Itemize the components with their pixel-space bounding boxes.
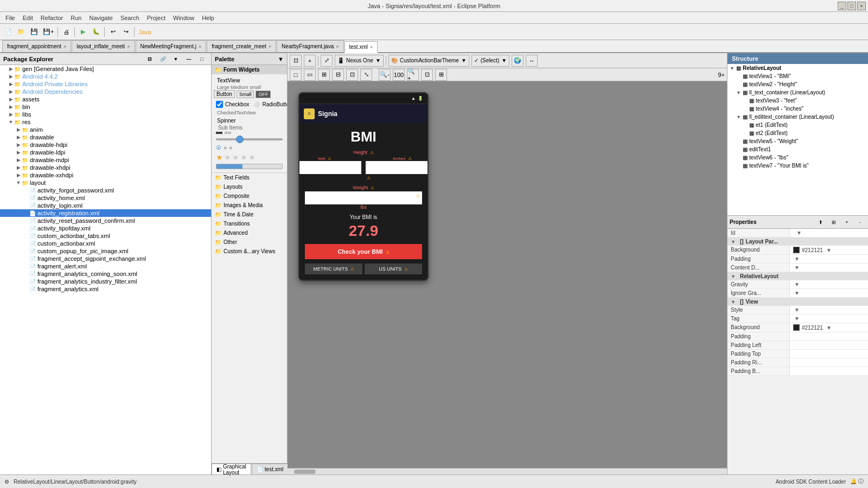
tree-item[interactable]: ▶📁Android Private Libraries <box>0 80 211 88</box>
maximize-panel-btn[interactable]: □ <box>196 53 208 65</box>
close-icon[interactable]: × <box>63 44 66 49</box>
tree-item[interactable]: ▶📁gen [Generated Java Files] <box>0 65 211 73</box>
tab-nearby[interactable]: NearbyFragment.java × <box>277 40 343 52</box>
tab-test-xml[interactable]: test.xml × <box>344 41 378 53</box>
tree-item[interactable]: 📄activity_registration.xml <box>0 209 211 217</box>
run-btn[interactable]: ▶ <box>77 26 89 38</box>
landscape-btn[interactable]: ▭ <box>304 69 316 81</box>
prop-paddingri-value[interactable] <box>790 358 868 367</box>
tab-fragment-appointment[interactable]: fragment_appointment × <box>2 40 71 52</box>
metric-units-btn[interactable]: METRIC UNITS ⚠ <box>305 264 362 274</box>
zoom-100-btn[interactable]: 100 <box>393 69 405 81</box>
close-icon[interactable]: × <box>336 44 339 49</box>
prop-paddingtop-value[interactable] <box>790 350 868 358</box>
tree-item[interactable]: ▶📁drawable-xhdpi <box>0 164 211 171</box>
checkbox-widget[interactable] <box>216 101 223 108</box>
tree-item[interactable]: 📄fragment_analytics.xml <box>0 285 211 293</box>
outline-item[interactable]: ▦textView2 - "Height" <box>727 80 868 88</box>
outline-item[interactable]: ▼▦ll_edittext_container (LinearLayout) <box>727 113 868 121</box>
xml-tab[interactable]: 📄 test.xml <box>252 464 288 474</box>
zoom-fit-btn[interactable]: ⊡ <box>421 69 433 81</box>
tree-item[interactable]: ▶📁assets <box>0 95 211 103</box>
prop-dropdown-icon[interactable]: ▼ <box>794 265 800 271</box>
outline-item[interactable]: ▦et1 (EditText) <box>727 121 868 129</box>
tree-item[interactable]: ▶📁drawable-mdpi <box>0 156 211 164</box>
rating-bar-widget[interactable]: ★ ★ ★ ★ ★ <box>214 152 285 163</box>
menu-run[interactable]: Run <box>67 14 85 22</box>
close-icon[interactable]: × <box>370 44 373 50</box>
text-fields-category[interactable]: 📁 Text Fields <box>212 173 287 182</box>
tab-layout-inflate[interactable]: layout_inflate_meeti × <box>72 40 135 52</box>
canvas-area[interactable]: ▲ 🔋 S Signia BMI Height ⚠ <box>288 81 727 468</box>
tree-item[interactable]: 📄custom_actionbar.xml <box>0 240 211 247</box>
menu-project[interactable]: Project <box>144 14 169 22</box>
tree-item[interactable]: ▶📁libs <box>0 111 211 118</box>
zoom-out-btn[interactable]: 🔍- <box>379 69 391 81</box>
check-bmi-button[interactable]: Check your BMI ⚠ <box>305 244 422 259</box>
theme-dropdown[interactable]: 🎨 CustomActionBarTheme ▼ <box>388 55 469 67</box>
prop-ignoregra-value[interactable]: ▼ <box>790 289 868 297</box>
link-editor-btn[interactable]: 🔗 <box>157 53 169 65</box>
tree-item[interactable]: ▼📁layout <box>0 179 211 187</box>
weight-input[interactable] <box>305 191 422 204</box>
tree-item[interactable]: 📄fragment_analytics_industry_filter.xml <box>0 278 211 285</box>
fit-page-btn[interactable]: ⊡ <box>290 55 302 67</box>
toggle-on[interactable] <box>216 132 222 134</box>
layout-direction-btn[interactable]: ↔ <box>526 55 538 67</box>
tree-item[interactable]: 📄custom_popup_for_pic_image.xml <box>0 247 211 255</box>
star-5[interactable]: ★ <box>248 153 256 162</box>
tree-item[interactable]: ▶📁anim <box>0 126 211 133</box>
minimize-panel-btn[interactable]: — <box>183 53 195 65</box>
images-media-category[interactable]: 📁 Images & Media <box>212 201 287 210</box>
tree-item[interactable]: 📄fragment_alert.xml <box>0 262 211 270</box>
panel-menu-btn[interactable]: ▼ <box>170 53 182 65</box>
undo-btn[interactable]: ↩ <box>107 26 119 38</box>
close-icon[interactable]: × <box>269 44 271 49</box>
zoom-in-btn[interactable]: + <box>304 55 316 67</box>
prop-dropdown-icon[interactable]: ▼ <box>826 325 832 331</box>
inches-input[interactable] <box>366 161 429 174</box>
save-all-btn[interactable]: 💾+ <box>41 26 55 38</box>
prop-dropdown-icon[interactable]: ▼ <box>794 290 800 296</box>
prop-paddingb-value[interactable] <box>790 367 868 375</box>
tree-item[interactable]: 📄activity_forgot_password.xml <box>0 187 211 194</box>
fullscreen-btn[interactable]: ⤡ <box>360 69 372 81</box>
menu-help[interactable]: Help <box>199 14 218 22</box>
outline-item[interactable]: ▦et2 (EditText) <box>727 129 868 137</box>
props-sort-btn[interactable]: ⬆ <box>815 216 827 228</box>
prop-view-background-value[interactable]: #212121 ▼ <box>790 323 868 332</box>
tree-item[interactable]: 📄activity_tipofday.xml <box>0 224 211 232</box>
prop-paddingleft-value[interactable] <box>790 341 868 349</box>
feet-input[interactable] <box>298 161 361 174</box>
outline-item[interactable]: ▦textView1 - "BMI" <box>727 72 868 80</box>
open-btn[interactable]: 📁 <box>15 26 27 38</box>
palette-collapse-btn[interactable]: ▼ <box>278 56 284 62</box>
other-category[interactable]: 📁 Other <box>212 237 287 247</box>
outline-item[interactable]: ▦textView6 - "lbs" <box>727 153 868 162</box>
toggle-off[interactable] <box>225 132 231 134</box>
prop-background-value[interactable]: #212121 ▼ <box>790 246 868 254</box>
tree-item[interactable]: ▶📁bin <box>0 103 211 111</box>
prop-padding-value[interactable]: ▼ <box>790 255 868 263</box>
prop-padding2-value[interactable] <box>790 332 868 341</box>
tab-newmeeting[interactable]: NewMeetingFragment.j × <box>136 40 207 52</box>
device-dropdown[interactable]: 📱 Nexus One ▼ <box>335 55 384 67</box>
props-add-btn[interactable]: + <box>841 216 853 228</box>
close-btn[interactable]: × <box>857 2 866 10</box>
tab-fragment-create[interactable]: fragment_create_meet × <box>207 40 276 52</box>
scroll-thumb[interactable] <box>294 470 316 474</box>
custom-views-category[interactable]: 📁 Custom &...ary Views <box>212 247 287 256</box>
debug-btn[interactable]: 🐛 <box>90 26 102 38</box>
button-widget[interactable]: Button <box>214 90 235 98</box>
tree-item[interactable]: ▶📁drawable-ldpi <box>0 149 211 156</box>
menu-navigate[interactable]: Navigate <box>86 14 116 22</box>
transitions-category[interactable]: 📁 Transitions <box>212 219 287 228</box>
zoom-in2-btn[interactable]: 🔍+ <box>407 69 419 81</box>
prop-dropdown-icon[interactable]: ▼ <box>794 281 800 287</box>
tree-item[interactable]: ▶📁Android 4.4.2 <box>0 73 211 80</box>
outline-item[interactable]: ▦editText1 <box>727 145 868 153</box>
prop-gravity-value[interactable]: ▼ <box>790 280 868 288</box>
tree-item[interactable]: 📄activity_reset_password_confirm.xml <box>0 217 211 224</box>
composite-category[interactable]: 📁 Composite <box>212 191 287 201</box>
small-button-widget[interactable]: Small <box>237 91 254 98</box>
